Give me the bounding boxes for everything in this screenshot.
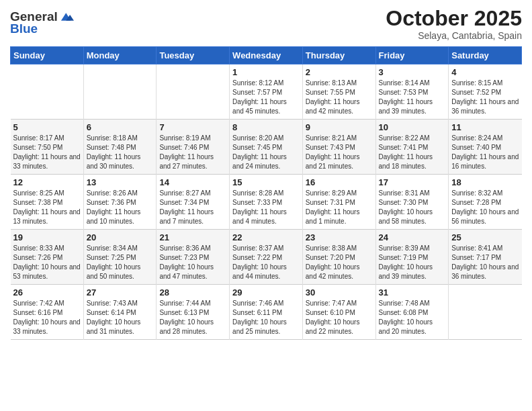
day-number: 1 [232, 67, 300, 77]
calendar-week-row: 19Sunrise: 8:33 AM Sunset: 7:26 PM Dayli… [11, 230, 522, 285]
calendar-week-row: 26Sunrise: 7:42 AM Sunset: 6:16 PM Dayli… [11, 285, 522, 340]
day-info: Sunrise: 8:26 AM Sunset: 7:36 PM Dayligh… [87, 189, 154, 226]
calendar-cell: 19Sunrise: 8:33 AM Sunset: 7:26 PM Dayli… [11, 230, 84, 285]
day-number: 25 [451, 232, 519, 242]
calendar-table: SundayMondayTuesdayWednesdayThursdayFrid… [10, 46, 522, 340]
calendar-cell: 24Sunrise: 8:39 AM Sunset: 7:19 PM Dayli… [375, 230, 449, 285]
day-info: Sunrise: 8:15 AM Sunset: 7:52 PM Dayligh… [451, 79, 519, 116]
day-number: 29 [232, 287, 300, 298]
calendar-cell [449, 285, 522, 340]
calendar-cell: 8Sunrise: 8:20 AM Sunset: 7:45 PM Daylig… [230, 120, 303, 175]
day-number: 11 [451, 122, 519, 132]
day-number: 8 [232, 122, 300, 132]
calendar-cell: 2Sunrise: 8:13 AM Sunset: 7:55 PM Daylig… [302, 64, 375, 120]
calendar-cell: 30Sunrise: 7:47 AM Sunset: 6:10 PM Dayli… [302, 285, 375, 340]
calendar-cell: 29Sunrise: 7:46 AM Sunset: 6:11 PM Dayli… [230, 285, 303, 340]
calendar-cell: 14Sunrise: 8:27 AM Sunset: 7:34 PM Dayli… [157, 175, 230, 230]
day-info: Sunrise: 8:13 AM Sunset: 7:55 PM Dayligh… [306, 79, 373, 116]
day-number: 6 [87, 122, 154, 132]
page-header: General Blue October 2025 Selaya, Cantab… [10, 7, 522, 41]
calendar-cell: 5Sunrise: 8:17 AM Sunset: 7:50 PM Daylig… [11, 120, 84, 175]
day-number: 9 [306, 122, 373, 132]
day-info: Sunrise: 8:14 AM Sunset: 7:53 PM Dayligh… [379, 79, 446, 116]
day-number: 15 [232, 177, 300, 187]
day-info: Sunrise: 8:28 AM Sunset: 7:33 PM Dayligh… [232, 189, 300, 226]
day-info: Sunrise: 8:19 AM Sunset: 7:46 PM Dayligh… [159, 134, 226, 171]
calendar-cell: 20Sunrise: 8:34 AM Sunset: 7:25 PM Dayli… [83, 230, 157, 285]
day-number: 28 [159, 287, 226, 298]
day-info: Sunrise: 8:34 AM Sunset: 7:25 PM Dayligh… [87, 244, 154, 281]
day-info: Sunrise: 8:22 AM Sunset: 7:41 PM Dayligh… [379, 134, 446, 171]
calendar-cell: 12Sunrise: 8:25 AM Sunset: 7:38 PM Dayli… [11, 175, 84, 230]
day-number: 23 [306, 232, 373, 242]
calendar-cell: 17Sunrise: 8:31 AM Sunset: 7:30 PM Dayli… [375, 175, 449, 230]
calendar-cell: 13Sunrise: 8:26 AM Sunset: 7:36 PM Dayli… [83, 175, 157, 230]
day-number: 7 [159, 122, 226, 132]
day-number: 21 [159, 232, 226, 242]
day-info: Sunrise: 8:27 AM Sunset: 7:34 PM Dayligh… [159, 189, 226, 226]
day-info: Sunrise: 8:39 AM Sunset: 7:19 PM Dayligh… [379, 244, 446, 281]
weekday-header: Friday [375, 47, 449, 64]
calendar-cell: 1Sunrise: 8:12 AM Sunset: 7:57 PM Daylig… [230, 64, 303, 120]
calendar-cell: 27Sunrise: 7:43 AM Sunset: 6:14 PM Dayli… [83, 285, 157, 340]
weekday-header-row: SundayMondayTuesdayWednesdayThursdayFrid… [11, 47, 522, 64]
calendar-cell [83, 64, 157, 120]
calendar-cell: 18Sunrise: 8:32 AM Sunset: 7:28 PM Dayli… [449, 175, 522, 230]
calendar-cell: 3Sunrise: 8:14 AM Sunset: 7:53 PM Daylig… [375, 64, 449, 120]
weekday-header: Tuesday [157, 47, 230, 64]
calendar-cell: 4Sunrise: 8:15 AM Sunset: 7:52 PM Daylig… [449, 64, 522, 120]
day-number: 30 [306, 287, 373, 298]
weekday-header: Monday [83, 47, 157, 64]
calendar-week-row: 12Sunrise: 8:25 AM Sunset: 7:38 PM Dayli… [11, 175, 522, 230]
day-info: Sunrise: 8:18 AM Sunset: 7:48 PM Dayligh… [87, 134, 154, 171]
weekday-header: Sunday [11, 47, 84, 64]
day-number: 26 [13, 287, 81, 298]
day-info: Sunrise: 7:44 AM Sunset: 6:13 PM Dayligh… [159, 299, 226, 336]
day-info: Sunrise: 8:37 AM Sunset: 7:22 PM Dayligh… [232, 244, 300, 281]
day-info: Sunrise: 8:17 AM Sunset: 7:50 PM Dayligh… [13, 134, 81, 171]
day-number: 24 [379, 232, 446, 242]
calendar-cell: 10Sunrise: 8:22 AM Sunset: 7:41 PM Dayli… [375, 120, 449, 175]
calendar-cell: 23Sunrise: 8:38 AM Sunset: 7:20 PM Dayli… [302, 230, 375, 285]
day-number: 27 [87, 287, 154, 298]
calendar-cell: 26Sunrise: 7:42 AM Sunset: 6:16 PM Dayli… [11, 285, 84, 340]
day-info: Sunrise: 8:29 AM Sunset: 7:31 PM Dayligh… [306, 189, 373, 226]
day-number: 16 [306, 177, 373, 187]
calendar-cell: 15Sunrise: 8:28 AM Sunset: 7:33 PM Dayli… [230, 175, 303, 230]
day-info: Sunrise: 8:38 AM Sunset: 7:20 PM Dayligh… [306, 244, 373, 281]
calendar-week-row: 1Sunrise: 8:12 AM Sunset: 7:57 PM Daylig… [11, 64, 522, 120]
calendar-cell: 21Sunrise: 8:36 AM Sunset: 7:23 PM Dayli… [157, 230, 230, 285]
logo-icon [59, 9, 74, 24]
calendar-cell: 9Sunrise: 8:21 AM Sunset: 7:43 PM Daylig… [302, 120, 375, 175]
day-info: Sunrise: 8:25 AM Sunset: 7:38 PM Dayligh… [13, 189, 81, 226]
day-number: 22 [232, 232, 300, 242]
logo: General Blue [10, 9, 74, 36]
day-number: 19 [13, 232, 81, 242]
title-block: October 2025 Selaya, Cantabria, Spain [386, 7, 522, 41]
day-info: Sunrise: 7:47 AM Sunset: 6:10 PM Dayligh… [306, 299, 373, 336]
day-number: 31 [379, 287, 446, 298]
day-number: 5 [13, 122, 81, 132]
day-info: Sunrise: 7:46 AM Sunset: 6:11 PM Dayligh… [232, 299, 300, 336]
calendar-cell: 11Sunrise: 8:24 AM Sunset: 7:40 PM Dayli… [449, 120, 522, 175]
calendar-cell: 6Sunrise: 8:18 AM Sunset: 7:48 PM Daylig… [83, 120, 157, 175]
location: Selaya, Cantabria, Spain [386, 30, 522, 41]
page-container: General Blue October 2025 Selaya, Cantab… [0, 0, 532, 411]
day-info: Sunrise: 8:33 AM Sunset: 7:26 PM Dayligh… [13, 244, 81, 281]
calendar-cell: 28Sunrise: 7:44 AM Sunset: 6:13 PM Dayli… [157, 285, 230, 340]
calendar-cell: 25Sunrise: 8:41 AM Sunset: 7:17 PM Dayli… [449, 230, 522, 285]
calendar-cell: 31Sunrise: 7:48 AM Sunset: 6:08 PM Dayli… [375, 285, 449, 340]
day-info: Sunrise: 8:32 AM Sunset: 7:28 PM Dayligh… [451, 189, 519, 226]
day-info: Sunrise: 8:12 AM Sunset: 7:57 PM Dayligh… [232, 79, 300, 116]
day-number: 18 [451, 177, 519, 187]
day-number: 4 [451, 67, 519, 77]
day-number: 20 [87, 232, 154, 242]
calendar-week-row: 5Sunrise: 8:17 AM Sunset: 7:50 PM Daylig… [11, 120, 522, 175]
calendar-cell: 22Sunrise: 8:37 AM Sunset: 7:22 PM Dayli… [230, 230, 303, 285]
calendar-cell [11, 64, 84, 120]
day-info: Sunrise: 7:48 AM Sunset: 6:08 PM Dayligh… [379, 299, 446, 336]
month-title: October 2025 [386, 7, 522, 30]
day-number: 10 [379, 122, 446, 132]
day-number: 13 [87, 177, 154, 187]
day-info: Sunrise: 8:31 AM Sunset: 7:30 PM Dayligh… [379, 189, 446, 226]
